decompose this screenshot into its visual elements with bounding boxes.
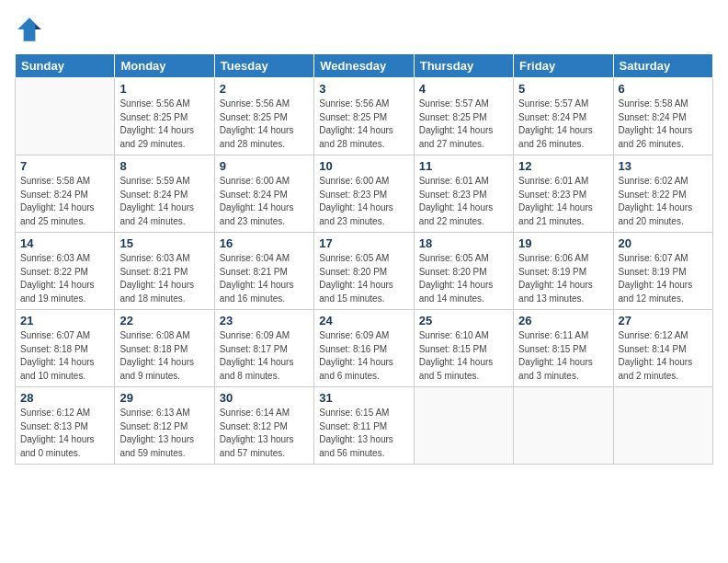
day-cell-21: 21Sunrise: 6:07 AMSunset: 8:18 PMDayligh… bbox=[16, 310, 115, 387]
day-info: Sunrise: 5:58 AMSunset: 8:24 PMDaylight:… bbox=[20, 175, 109, 228]
day-info: Sunrise: 6:09 AMSunset: 8:17 PMDaylight:… bbox=[220, 329, 309, 383]
day-number: 16 bbox=[220, 236, 309, 250]
day-cell-31: 31Sunrise: 6:15 AMSunset: 8:11 PMDayligh… bbox=[314, 387, 414, 465]
day-number: 21 bbox=[20, 314, 109, 327]
day-number: 23 bbox=[220, 314, 309, 327]
weekday-header-sunday: Sunday bbox=[16, 54, 115, 78]
day-cell-6: 6Sunrise: 5:58 AMSunset: 8:24 PMDaylight… bbox=[613, 78, 712, 155]
day-cell-19: 19Sunrise: 6:06 AMSunset: 8:19 PMDayligh… bbox=[514, 233, 613, 310]
day-number: 28 bbox=[20, 391, 109, 405]
day-info: Sunrise: 5:57 AMSunset: 8:24 PMDaylight:… bbox=[518, 98, 608, 151]
week-row-0: 1Sunrise: 5:56 AMSunset: 8:25 PMDaylight… bbox=[16, 78, 713, 155]
day-number: 25 bbox=[419, 314, 508, 327]
day-cell-13: 13Sunrise: 6:02 AMSunset: 8:22 PMDayligh… bbox=[613, 155, 712, 233]
day-cell-25: 25Sunrise: 6:10 AMSunset: 8:15 PMDayligh… bbox=[414, 310, 513, 387]
day-cell-17: 17Sunrise: 6:05 AMSunset: 8:20 PMDayligh… bbox=[314, 233, 414, 310]
day-cell-12: 12Sunrise: 6:01 AMSunset: 8:23 PMDayligh… bbox=[514, 155, 613, 233]
day-number: 14 bbox=[20, 236, 109, 250]
day-number: 20 bbox=[619, 236, 708, 250]
day-cell-4: 4Sunrise: 5:57 AMSunset: 8:25 PMDaylight… bbox=[414, 78, 513, 155]
week-row-4: 28Sunrise: 6:12 AMSunset: 8:13 PMDayligh… bbox=[16, 387, 713, 465]
day-number: 10 bbox=[319, 159, 408, 173]
day-info: Sunrise: 6:07 AMSunset: 8:19 PMDaylight:… bbox=[619, 252, 708, 305]
day-info: Sunrise: 6:02 AMSunset: 8:22 PMDaylight:… bbox=[619, 175, 708, 228]
day-info: Sunrise: 6:12 AMSunset: 8:13 PMDaylight:… bbox=[20, 407, 109, 460]
day-number: 5 bbox=[518, 82, 608, 96]
day-info: Sunrise: 6:12 AMSunset: 8:14 PMDaylight:… bbox=[619, 329, 708, 383]
day-cell-7: 7Sunrise: 5:58 AMSunset: 8:24 PMDaylight… bbox=[16, 155, 115, 233]
day-number: 3 bbox=[319, 82, 408, 96]
day-number: 7 bbox=[20, 159, 109, 173]
day-cell-2: 2Sunrise: 5:56 AMSunset: 8:25 PMDaylight… bbox=[214, 78, 313, 155]
day-cell-29: 29Sunrise: 6:13 AMSunset: 8:12 PMDayligh… bbox=[115, 387, 214, 465]
day-number: 29 bbox=[119, 391, 209, 405]
weekday-header-thursday: Thursday bbox=[414, 54, 513, 78]
weekday-header-monday: Monday bbox=[115, 54, 214, 78]
day-info: Sunrise: 6:03 AMSunset: 8:22 PMDaylight:… bbox=[20, 252, 109, 305]
day-number: 27 bbox=[619, 314, 708, 327]
logo bbox=[15, 15, 48, 44]
day-number: 11 bbox=[419, 159, 508, 173]
day-cell-16: 16Sunrise: 6:04 AMSunset: 8:21 PMDayligh… bbox=[214, 233, 313, 310]
day-info: Sunrise: 6:07 AMSunset: 8:18 PMDaylight:… bbox=[20, 329, 109, 383]
day-info: Sunrise: 6:05 AMSunset: 8:20 PMDaylight:… bbox=[319, 252, 408, 305]
day-number: 22 bbox=[119, 314, 209, 327]
day-cell-9: 9Sunrise: 6:00 AMSunset: 8:24 PMDaylight… bbox=[214, 155, 313, 233]
week-row-1: 7Sunrise: 5:58 AMSunset: 8:24 PMDaylight… bbox=[16, 155, 713, 233]
day-cell-26: 26Sunrise: 6:11 AMSunset: 8:15 PMDayligh… bbox=[514, 310, 613, 387]
day-info: Sunrise: 6:01 AMSunset: 8:23 PMDaylight:… bbox=[419, 175, 508, 228]
day-cell-22: 22Sunrise: 6:08 AMSunset: 8:18 PMDayligh… bbox=[115, 310, 214, 387]
day-number: 4 bbox=[419, 82, 508, 96]
day-info: Sunrise: 6:00 AMSunset: 8:24 PMDaylight:… bbox=[220, 175, 309, 228]
empty-cell bbox=[414, 387, 513, 465]
day-info: Sunrise: 6:13 AMSunset: 8:12 PMDaylight:… bbox=[119, 407, 209, 460]
day-info: Sunrise: 6:09 AMSunset: 8:16 PMDaylight:… bbox=[319, 329, 408, 383]
day-info: Sunrise: 6:15 AMSunset: 8:11 PMDaylight:… bbox=[319, 407, 408, 460]
day-info: Sunrise: 5:56 AMSunset: 8:25 PMDaylight:… bbox=[319, 98, 408, 151]
week-row-3: 21Sunrise: 6:07 AMSunset: 8:18 PMDayligh… bbox=[16, 310, 713, 387]
empty-cell bbox=[514, 387, 613, 465]
day-cell-20: 20Sunrise: 6:07 AMSunset: 8:19 PMDayligh… bbox=[613, 233, 712, 310]
day-number: 13 bbox=[619, 159, 708, 173]
day-cell-14: 14Sunrise: 6:03 AMSunset: 8:22 PMDayligh… bbox=[16, 233, 115, 310]
day-info: Sunrise: 6:04 AMSunset: 8:21 PMDaylight:… bbox=[220, 252, 309, 305]
day-info: Sunrise: 5:59 AMSunset: 8:24 PMDaylight:… bbox=[119, 175, 209, 228]
day-info: Sunrise: 5:57 AMSunset: 8:25 PMDaylight:… bbox=[419, 98, 508, 151]
empty-cell bbox=[613, 387, 712, 465]
day-info: Sunrise: 6:08 AMSunset: 8:18 PMDaylight:… bbox=[119, 329, 209, 383]
day-info: Sunrise: 6:05 AMSunset: 8:20 PMDaylight:… bbox=[419, 252, 508, 305]
header bbox=[15, 15, 713, 44]
logo-icon bbox=[15, 15, 44, 44]
weekday-header-friday: Friday bbox=[514, 54, 613, 78]
calendar-table: SundayMondayTuesdayWednesdayThursdayFrid… bbox=[15, 53, 713, 465]
day-info: Sunrise: 6:03 AMSunset: 8:21 PMDaylight:… bbox=[119, 252, 209, 305]
weekday-header-saturday: Saturday bbox=[613, 54, 712, 78]
day-info: Sunrise: 6:01 AMSunset: 8:23 PMDaylight:… bbox=[518, 175, 608, 228]
day-info: Sunrise: 6:06 AMSunset: 8:19 PMDaylight:… bbox=[518, 252, 608, 305]
day-info: Sunrise: 5:58 AMSunset: 8:24 PMDaylight:… bbox=[619, 98, 708, 151]
day-cell-11: 11Sunrise: 6:01 AMSunset: 8:23 PMDayligh… bbox=[414, 155, 513, 233]
day-cell-23: 23Sunrise: 6:09 AMSunset: 8:17 PMDayligh… bbox=[214, 310, 313, 387]
day-number: 8 bbox=[119, 159, 209, 173]
day-cell-5: 5Sunrise: 5:57 AMSunset: 8:24 PMDaylight… bbox=[514, 78, 613, 155]
day-cell-28: 28Sunrise: 6:12 AMSunset: 8:13 PMDayligh… bbox=[16, 387, 115, 465]
day-number: 24 bbox=[319, 314, 408, 327]
day-info: Sunrise: 6:11 AMSunset: 8:15 PMDaylight:… bbox=[518, 329, 608, 383]
day-number: 1 bbox=[119, 82, 209, 96]
day-number: 19 bbox=[518, 236, 608, 250]
weekday-header-row: SundayMondayTuesdayWednesdayThursdayFrid… bbox=[16, 54, 713, 78]
day-cell-10: 10Sunrise: 6:00 AMSunset: 8:23 PMDayligh… bbox=[314, 155, 414, 233]
empty-cell bbox=[16, 78, 115, 155]
day-info: Sunrise: 5:56 AMSunset: 8:25 PMDaylight:… bbox=[119, 98, 209, 151]
day-cell-3: 3Sunrise: 5:56 AMSunset: 8:25 PMDaylight… bbox=[314, 78, 414, 155]
weekday-header-tuesday: Tuesday bbox=[214, 54, 313, 78]
week-row-2: 14Sunrise: 6:03 AMSunset: 8:22 PMDayligh… bbox=[16, 233, 713, 310]
day-number: 12 bbox=[518, 159, 608, 173]
day-info: Sunrise: 6:14 AMSunset: 8:12 PMDaylight:… bbox=[220, 407, 309, 460]
day-cell-15: 15Sunrise: 6:03 AMSunset: 8:21 PMDayligh… bbox=[115, 233, 214, 310]
page: SundayMondayTuesdayWednesdayThursdayFrid… bbox=[0, 0, 728, 563]
day-number: 18 bbox=[419, 236, 508, 250]
day-info: Sunrise: 5:56 AMSunset: 8:25 PMDaylight:… bbox=[220, 98, 309, 151]
day-number: 31 bbox=[319, 391, 408, 405]
day-cell-18: 18Sunrise: 6:05 AMSunset: 8:20 PMDayligh… bbox=[414, 233, 513, 310]
